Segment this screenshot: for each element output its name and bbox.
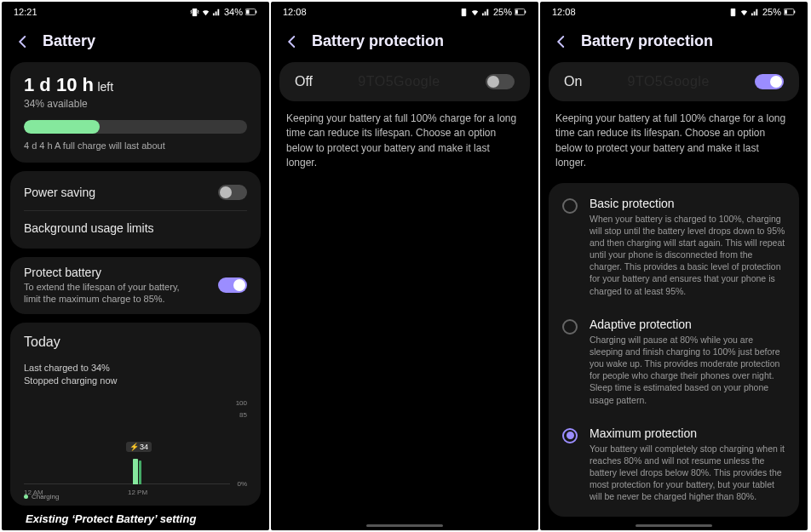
watermark: 9TO5Google bbox=[628, 74, 710, 89]
protect-battery-card: Protect battery To extend the lifespan o… bbox=[10, 257, 261, 314]
status-battery-pct: 25% bbox=[493, 7, 512, 17]
screen-protection-on: 12:08 25% Battery protection On 9TO5Goog… bbox=[540, 2, 808, 530]
option-basic-desc: When your battery is charged to 100%, ch… bbox=[590, 213, 785, 297]
status-time: 12:21 bbox=[14, 7, 37, 17]
status-icons bbox=[728, 8, 760, 17]
nav-pill bbox=[636, 524, 712, 527]
screen-battery: 12:21 34% Battery 1 d 10 h left 34% avai… bbox=[2, 2, 269, 530]
radio-adaptive[interactable] bbox=[562, 319, 578, 335]
signal-icon bbox=[212, 8, 221, 17]
protect-battery-toggle[interactable] bbox=[218, 277, 247, 293]
master-toggle-row[interactable]: On 9TO5Google bbox=[549, 62, 799, 101]
header: Battery protection bbox=[271, 22, 538, 62]
master-toggle[interactable] bbox=[486, 74, 515, 89]
master-toggle-label: On bbox=[564, 74, 582, 89]
svg-rect-4 bbox=[515, 10, 518, 14]
back-icon[interactable] bbox=[285, 34, 300, 49]
protection-options: Basic protection When your battery is ch… bbox=[549, 183, 799, 517]
status-battery-pct: 34% bbox=[224, 7, 243, 17]
today-title: Today bbox=[24, 335, 247, 350]
power-saving-label: Power saving bbox=[24, 186, 95, 199]
radio-basic[interactable] bbox=[562, 198, 578, 214]
wifi-icon bbox=[470, 8, 480, 17]
wifi-icon bbox=[201, 8, 210, 17]
master-toggle[interactable] bbox=[755, 74, 784, 89]
battery-icon bbox=[515, 8, 526, 16]
time-left-suffix: left bbox=[97, 80, 113, 94]
option-maximum-title: Maximum protection bbox=[590, 426, 785, 440]
description-text: Keeping your battery at full 100% charge… bbox=[540, 105, 808, 183]
watermark: 9TO5Google bbox=[358, 74, 440, 89]
back-icon[interactable] bbox=[15, 34, 31, 49]
battery-icon bbox=[784, 8, 796, 16]
today-line2: Stopped charging now bbox=[24, 375, 247, 387]
status-battery-pct: 25% bbox=[762, 7, 781, 17]
status-bar: 12:21 34% bbox=[2, 2, 269, 22]
battery-progress-fill bbox=[24, 120, 100, 134]
svg-rect-8 bbox=[794, 11, 795, 14]
vibrate-icon bbox=[728, 8, 738, 17]
chart-x-0: 12 AM bbox=[24, 489, 43, 496]
svg-rect-1 bbox=[246, 10, 250, 14]
status-icons bbox=[190, 8, 221, 17]
power-saving-toggle[interactable] bbox=[218, 185, 247, 200]
status-bar: 12:08 25% bbox=[540, 2, 808, 22]
status-icons bbox=[459, 8, 491, 17]
page-title: Battery bbox=[43, 32, 95, 50]
option-basic[interactable]: Basic protection When your battery is ch… bbox=[549, 186, 799, 307]
chart-y-0: 0% bbox=[237, 480, 247, 488]
status-time: 12:08 bbox=[283, 7, 307, 17]
status-right: 25% bbox=[728, 7, 796, 17]
power-saving-row[interactable]: Power saving bbox=[24, 174, 247, 210]
percent-available: 34% available bbox=[24, 98, 247, 110]
bg-limits-label: Background usage limits bbox=[24, 221, 154, 235]
battery-icon bbox=[245, 8, 257, 16]
header: Battery bbox=[2, 22, 269, 62]
chart-y-85: 85 bbox=[239, 411, 247, 419]
svg-rect-5 bbox=[525, 11, 526, 14]
svg-rect-2 bbox=[256, 11, 256, 14]
status-time: 12:08 bbox=[552, 7, 576, 17]
chart-x-1: 12 PM bbox=[128, 489, 147, 496]
time-left: 1 d 10 h bbox=[24, 74, 94, 95]
today-line1: Last charged to 34% bbox=[24, 362, 247, 375]
screen-protection-off: 12:08 25% Battery protection Off 9TO5Goo… bbox=[271, 2, 538, 530]
signal-icon bbox=[751, 8, 760, 17]
option-adaptive-title: Adaptive protection bbox=[590, 317, 785, 331]
wifi-icon bbox=[739, 8, 749, 17]
option-adaptive-desc: Charging will pause at 80% while you are… bbox=[590, 334, 785, 406]
header: Battery protection bbox=[540, 22, 808, 62]
master-toggle-label: Off bbox=[295, 74, 313, 89]
page-title: Battery protection bbox=[312, 32, 444, 50]
caption-overlay: Existing ‘Protect Battery’ setting bbox=[26, 512, 196, 525]
page-title: Battery protection bbox=[581, 32, 713, 50]
vibrate-icon bbox=[190, 8, 199, 17]
svg-rect-7 bbox=[785, 10, 787, 14]
vibrate-icon bbox=[459, 8, 469, 17]
battery-progress-track bbox=[24, 120, 247, 134]
option-maximum[interactable]: Maximum protection Your battery will com… bbox=[549, 416, 799, 513]
today-card[interactable]: Today Last charged to 34% Stopped chargi… bbox=[10, 323, 261, 506]
battery-summary-card: 1 d 10 h left 34% available 4 d 4 h A fu… bbox=[10, 62, 261, 163]
status-right: 25% bbox=[459, 7, 526, 17]
option-maximum-desc: Your battery will completely stop chargi… bbox=[590, 443, 785, 503]
full-charge-estimate: 4 d 4 h A full charge will last about bbox=[24, 140, 247, 151]
settings-card-1: Power saving Background usage limits bbox=[10, 171, 261, 249]
battery-chart: 100 85 0% ⚡34 12 AM 12 PM bbox=[24, 399, 247, 493]
back-icon[interactable] bbox=[554, 34, 569, 49]
chart-y-100: 100 bbox=[236, 399, 247, 407]
option-adaptive[interactable]: Adaptive protection Charging will pause … bbox=[549, 307, 799, 416]
master-toggle-row[interactable]: Off 9TO5Google bbox=[279, 62, 530, 101]
radio-maximum[interactable] bbox=[562, 428, 578, 443]
chart-bar-2 bbox=[139, 460, 141, 484]
chart-badge: ⚡34 bbox=[126, 442, 152, 452]
signal-icon bbox=[481, 8, 491, 17]
bg-limits-row[interactable]: Background usage limits bbox=[24, 211, 247, 245]
nav-pill bbox=[366, 524, 443, 527]
protect-battery-row[interactable]: Protect battery To extend the lifespan o… bbox=[24, 266, 247, 306]
description-text: Keeping your battery at full 100% charge… bbox=[271, 105, 538, 183]
protect-battery-label: Protect battery bbox=[24, 266, 194, 279]
status-bar: 12:08 25% bbox=[271, 2, 538, 22]
status-right: 34% bbox=[190, 7, 257, 17]
protect-battery-sub: To extend the lifespan of your battery, … bbox=[24, 281, 194, 306]
